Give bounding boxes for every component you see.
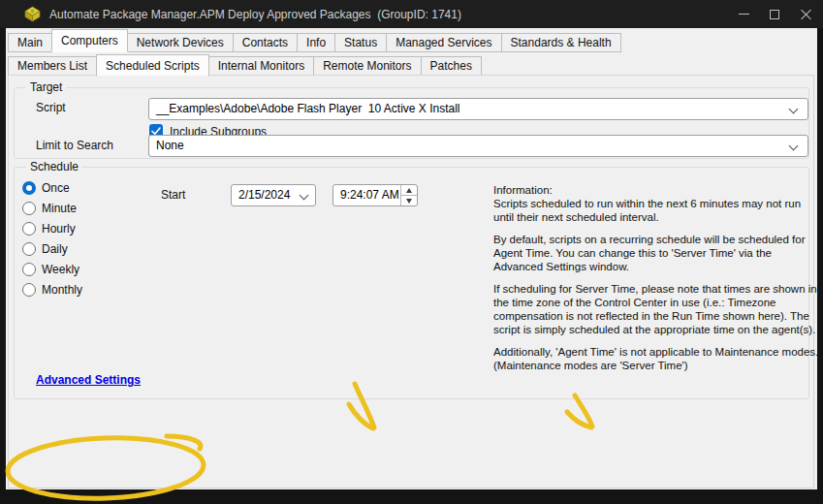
- radio-hourly[interactable]: Hourly: [22, 222, 76, 236]
- maximize-icon: [770, 10, 779, 19]
- radio-monthly-circle: [22, 283, 36, 297]
- limit-to-search-dropdown[interactable]: None: [148, 135, 808, 157]
- spin-down-button[interactable]: [401, 195, 417, 205]
- tab-status[interactable]: Status: [334, 33, 387, 52]
- screenshot-root: Automate Package Manager.APM Deploy Appr…: [0, 0, 823, 504]
- radio-weekly-circle: [22, 263, 36, 276]
- radio-monthly[interactable]: Monthly: [22, 283, 82, 297]
- minimize-button[interactable]: [728, 0, 759, 28]
- script-dropdown[interactable]: __Examples\Adobe\Adobe Flash Player 10 A…: [148, 98, 808, 120]
- tab-standards-health[interactable]: Standards & Health: [501, 33, 621, 52]
- app-window: Main Computers Network Devices Contacts …: [6, 28, 817, 489]
- chevron-down-icon: [789, 142, 799, 151]
- target-groupbox: Target Script __Examples\Adobe\Adobe Fla…: [14, 87, 809, 159]
- tab-network-devices[interactable]: Network Devices: [127, 33, 234, 52]
- primary-tabs: Main Computers Network Devices Contacts …: [8, 29, 620, 52]
- maximize-button[interactable]: [759, 0, 790, 28]
- arrow-up-icon: [406, 188, 412, 193]
- tab-contacts[interactable]: Contacts: [233, 33, 298, 52]
- minimize-icon: [739, 14, 749, 15]
- chevron-down-icon: [300, 191, 309, 201]
- tab-patches[interactable]: Patches: [421, 56, 482, 76]
- radio-minute[interactable]: Minute: [22, 202, 77, 215]
- radio-minute-circle: [22, 202, 36, 215]
- radio-daily[interactable]: Daily: [22, 242, 68, 256]
- window-title: Automate Package Manager.APM Deploy Appr…: [49, 8, 461, 21]
- start-time-spinner[interactable]: 9:24:07 AM: [332, 184, 418, 206]
- titlebar: Automate Package Manager.APM Deploy Appr…: [0, 0, 823, 28]
- app-icon: [24, 6, 41, 22]
- time-spinner-buttons: [400, 185, 417, 205]
- radio-weekly[interactable]: Weekly: [22, 263, 79, 276]
- window-controls: [728, 0, 821, 28]
- start-date-value: 2/15/2024: [238, 188, 290, 202]
- limit-to-search-value: None: [156, 139, 184, 152]
- script-dropdown-value: __Examples\Adobe\Adobe Flash Player 10 A…: [156, 102, 460, 115]
- start-label: Start: [161, 188, 185, 202]
- tab-computers[interactable]: Computers: [51, 29, 128, 52]
- tab-main[interactable]: Main: [8, 33, 52, 52]
- script-label: Script: [36, 101, 66, 114]
- schedule-legend: Schedule: [26, 160, 82, 173]
- radio-hourly-circle: [22, 222, 36, 236]
- close-icon: [801, 9, 811, 19]
- schedule-groupbox: Schedule Once Minute Hourly Daily Weekly: [14, 167, 809, 399]
- target-legend: Target: [26, 80, 66, 94]
- tab-managed-services[interactable]: Managed Services: [386, 33, 501, 52]
- tab-info[interactable]: Info: [297, 33, 335, 52]
- tab-members-list[interactable]: Members List: [8, 56, 97, 76]
- schedule-info-text: Information: Scripts scheduled to run wi…: [493, 183, 821, 381]
- secondary-tabs: Members List Scheduled Scripts Internal …: [8, 53, 481, 76]
- tab-scheduled-scripts[interactable]: Scheduled Scripts: [96, 54, 209, 77]
- chevron-down-icon: [789, 105, 799, 114]
- arrow-down-icon: [406, 199, 412, 204]
- advanced-settings-link[interactable]: Advanced Settings: [36, 373, 141, 387]
- tab-remote-monitors[interactable]: Remote Monitors: [313, 56, 421, 76]
- radio-once-circle: [22, 181, 36, 195]
- limit-to-search-label: Limit to Search: [36, 139, 113, 152]
- close-button[interactable]: [790, 0, 821, 28]
- spin-up-button[interactable]: [401, 185, 417, 195]
- tab-internal-monitors[interactable]: Internal Monitors: [208, 56, 314, 76]
- radio-daily-circle: [22, 242, 36, 256]
- start-time-value: 9:24:07 AM: [340, 188, 399, 202]
- start-date-picker[interactable]: 2/15/2024: [231, 184, 316, 206]
- radio-once[interactable]: Once: [22, 181, 70, 195]
